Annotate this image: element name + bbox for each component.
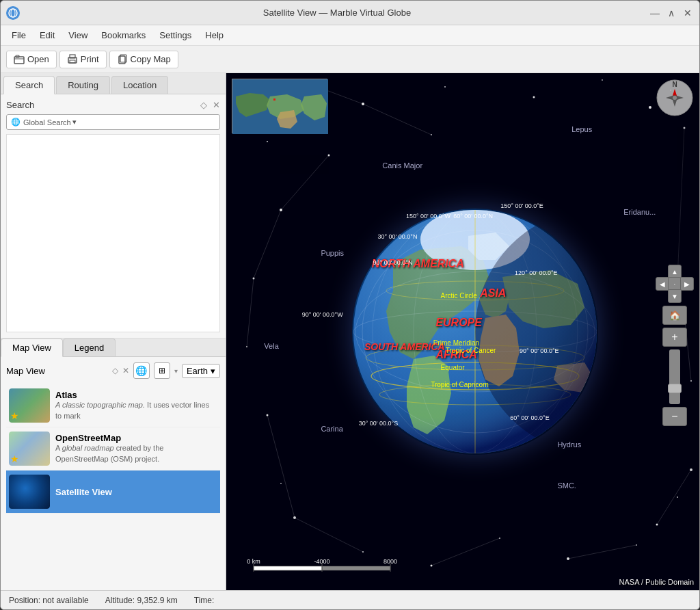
- map-settings-icon: ◇: [112, 366, 118, 375]
- svg-point-74: [673, 96, 677, 100]
- search-title: Search ◇ ✕: [6, 100, 220, 110]
- menu-file[interactable]: File: [6, 27, 31, 43]
- map-item-atlas[interactable]: ★ Atlas A classic topographic map. It us…: [6, 384, 220, 427]
- zoom-handle[interactable]: [668, 384, 682, 393]
- toolbar: Open Print Copy Map: [1, 46, 699, 73]
- osm-thumbnail: ★: [9, 432, 50, 466]
- svg-point-14: [602, 79, 603, 81]
- maximize-button[interactable]: ∧: [665, 7, 677, 19]
- bottom-section: Map View Legend Map View ◇ ✕ 🌐 ⊞ ▾: [1, 339, 226, 590]
- tab-routing[interactable]: Routing: [56, 76, 110, 94]
- menu-bookmarks[interactable]: Bookmarks: [96, 27, 151, 43]
- satellite-thumbnail: [9, 475, 50, 509]
- star-badge: ★: [10, 410, 19, 421]
- svg-text:-4000: -4000: [314, 558, 329, 565]
- atlas-thumbnail: ★: [9, 388, 50, 423]
- chevron-down-icon: ▾: [72, 118, 77, 127]
- copy-icon: [117, 54, 128, 65]
- print-button[interactable]: Print: [59, 51, 107, 68]
- tab-legend[interactable]: Legend: [63, 339, 116, 356]
- search-results: [6, 134, 220, 332]
- clear-icon[interactable]: ◇: [200, 100, 207, 110]
- svg-line-43: [247, 278, 254, 347]
- compass[interactable]: N: [656, 79, 694, 117]
- globe-svg: [352, 209, 598, 455]
- svg-rect-67: [273, 98, 275, 101]
- close-search-icon[interactable]: ✕: [213, 100, 220, 110]
- search-type-dropdown[interactable]: Global Search ▾: [23, 118, 77, 127]
- tab-search[interactable]: Search: [3, 76, 55, 94]
- main-content: Search Routing Location Search ◇ ✕ 🌐 Glo…: [1, 73, 699, 590]
- home-button[interactable]: 🏠: [662, 306, 687, 325]
- svg-point-18: [267, 141, 268, 142]
- nav-up-button[interactable]: ▲: [668, 265, 682, 278]
- svg-rect-76: [254, 566, 322, 570]
- tab-map-view[interactable]: Map View: [1, 339, 63, 357]
- menubar: File Edit View Bookmarks Settings Help: [1, 25, 699, 46]
- svg-line-45: [295, 518, 363, 552]
- menu-view[interactable]: View: [63, 27, 93, 43]
- time-status: Time:: [194, 596, 215, 605]
- menu-help[interactable]: Help: [200, 27, 229, 43]
- minimize-button[interactable]: —: [649, 7, 661, 19]
- svg-line-50: [677, 128, 684, 278]
- print-icon: [67, 54, 78, 65]
- globe[interactable]: NORTH AMERICA SOUTH AMERICA EUROPE ASIA …: [352, 209, 598, 455]
- nav-left-button[interactable]: ◀: [656, 277, 669, 291]
- nav-arrows: ▲ ◀ · ▶ ▼: [656, 265, 694, 303]
- chevron-down-icon: ▾: [174, 367, 178, 375]
- svg-point-12: [444, 86, 446, 88]
- menu-edit[interactable]: Edit: [34, 27, 60, 43]
- star-badge: ★: [10, 453, 19, 464]
- nav-down-button[interactable]: ▼: [668, 289, 682, 303]
- top-tabs: Search Routing Location: [1, 73, 226, 94]
- menu-settings[interactable]: Settings: [154, 27, 197, 43]
- window-controls: — ∧ ✕: [649, 7, 694, 19]
- mini-map[interactable]: [232, 79, 327, 133]
- zoom-slider[interactable]: [669, 349, 680, 404]
- open-icon: [14, 54, 25, 65]
- grid-view-button[interactable]: ⊞: [154, 362, 170, 379]
- map-view-controls: ◇ ✕ 🌐 ⊞ ▾ Earth ▾: [112, 362, 220, 379]
- svg-text:0 km: 0 km: [247, 558, 260, 565]
- svg-line-41: [281, 155, 329, 210]
- chevron-down-icon: ▾: [211, 366, 215, 376]
- search-input-container: 🌐 Global Search ▾: [6, 114, 220, 130]
- svg-line-40: [363, 104, 431, 135]
- copy-map-button[interactable]: Copy Map: [109, 51, 178, 68]
- svg-point-0: [9, 9, 17, 17]
- search-controls: ◇ ✕: [200, 100, 220, 110]
- compass-svg: N: [656, 79, 694, 117]
- tab-location[interactable]: Location: [111, 76, 168, 94]
- svg-point-15: [649, 106, 651, 109]
- satellite-info: Satellite View: [55, 487, 217, 497]
- svg-point-25: [280, 483, 282, 484]
- svg-text:N: N: [672, 81, 677, 88]
- globe-view-button[interactable]: 🌐: [133, 362, 150, 379]
- nav-right-button[interactable]: ▶: [680, 277, 694, 291]
- map-view-section: Map View ◇ ✕ 🌐 ⊞ ▾ Earth ▾: [1, 357, 226, 590]
- svg-text:8000: 8000: [383, 558, 397, 565]
- close-mapview-icon: ✕: [122, 366, 129, 375]
- svg-line-46: [431, 538, 500, 566]
- svg-line-47: [568, 545, 636, 559]
- atlas-info: Atlas A classic topographic map. It uses…: [55, 390, 217, 421]
- nav-center-button[interactable]: ·: [668, 277, 682, 291]
- search-input[interactable]: [79, 117, 215, 127]
- zoom-in-button[interactable]: +: [662, 328, 687, 347]
- planet-dropdown[interactable]: Earth ▾: [182, 364, 220, 378]
- svg-point-1: [11, 9, 15, 17]
- zoom-out-button[interactable]: −: [662, 407, 687, 426]
- map-item-satellite[interactable]: Satellite View: [6, 470, 220, 514]
- map-area[interactable]: Lepus Canis Major Eridanu... Columba Pup…: [226, 73, 699, 590]
- map-item-osm[interactable]: ★ OpenStreetMap A global roadmap created…: [6, 427, 220, 470]
- position-status: Position: not available: [9, 596, 89, 605]
- svg-line-44: [267, 415, 295, 518]
- svg-rect-2: [14, 57, 24, 64]
- statusbar: Position: not available Altitude: 9,352.…: [1, 590, 699, 609]
- globe-sphere: [352, 209, 598, 455]
- osm-info: OpenStreetMap A global roadmap created b…: [55, 433, 217, 464]
- titlebar: Satellite View — Marble Virtual Globe — …: [1, 1, 699, 25]
- open-button[interactable]: Open: [6, 51, 57, 68]
- close-button[interactable]: ✕: [682, 7, 694, 19]
